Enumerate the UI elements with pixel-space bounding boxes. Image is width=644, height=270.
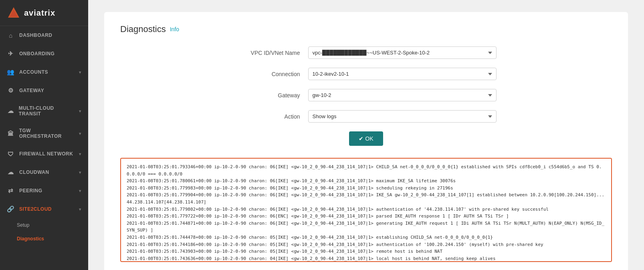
main-content: Diagnostics Info VPC ID/VNet Name vpc-██… [88, 0, 644, 270]
sidebar-item-onboarding[interactable]: ✈ ONBOARDING [0, 44, 88, 63]
sidebar-item-multi-cloud-transit-label: MULTI-CLOUD TRANSIT [19, 105, 74, 117]
log-line: 2021-01-08T03:25:01.779802+00:00 ip-10-2… [127, 206, 606, 213]
sidebar-subitem-setup-label: Setup [17, 222, 29, 228]
page-title: Diagnostics [120, 24, 166, 34]
dashboard-icon: ⌂ [7, 32, 14, 39]
logo-text: aviatrix [24, 8, 55, 18]
firewall-network-icon: 🛡 [7, 150, 14, 157]
gateway-label: Gateway [236, 92, 308, 99]
sidebar-item-tgw-orchestrator[interactable]: 🏛 TGW ORCHESTRATOR ▾ [0, 122, 88, 145]
sidebar-item-site2cloud-label: SITE2CLOUD [19, 206, 52, 212]
onboarding-icon: ✈ [7, 50, 14, 57]
sidebar-item-peering[interactable]: ⇄ PEERING ▾ [0, 181, 88, 200]
accounts-chevron-icon: ▾ [79, 70, 81, 75]
action-label: Action [236, 113, 308, 120]
connection-label: Connection [236, 71, 308, 77]
connection-select[interactable]: 10-2-ikev2-10-1 [308, 68, 497, 80]
log-line: 2021-01-08T03:25:01.743636+00:00 ip-10-2… [127, 255, 606, 262]
site2cloud-chevron-icon: ▾ [79, 207, 81, 212]
log-line: 2021-01-08T03:25:01.780061+00:00 ip-10-2… [127, 177, 606, 185]
cloudwan-chevron-icon: ▾ [79, 170, 81, 175]
vpc-label: VPC ID/VNet Name [236, 50, 308, 56]
accounts-icon: 👥 [7, 69, 14, 76]
gateway-select[interactable]: gw-10-2 [308, 89, 497, 101]
sidebar-item-tgw-orchestrator-label: TGW ORCHESTRATOR [19, 128, 74, 139]
sidebar-item-gateway[interactable]: ⚙ GATEWAY [0, 81, 88, 100]
sidebar-item-multi-cloud-transit[interactable]: ☁ MULTI-CLOUD TRANSIT ▾ [0, 100, 88, 122]
site2cloud-icon: 🔗 [7, 206, 14, 213]
multi-cloud-transit-chevron-icon: ▾ [79, 109, 81, 113]
sidebar: aviatrix ⌂ DASHBOARD ✈ ONBOARDING 👥 ACCO… [0, 0, 88, 270]
sidebar-subitem-diagnostics-label: Diagnostics [17, 236, 44, 242]
log-output[interactable]: 2021-01-08T03:25:01.793346+00:00 ip-10-2… [120, 158, 612, 262]
sidebar-item-gateway-label: GATEWAY [19, 88, 44, 93]
info-link[interactable]: Info [170, 26, 179, 32]
log-line: 2021-01-08T03:25:01.744478+00:00 ip-10-2… [127, 234, 606, 241]
log-line: 2021-01-08T03:25:01.793346+00:00 ip-10-2… [127, 163, 606, 177]
vpc-select[interactable]: vpc-████████████~~US-WEST-2-Spoke-10-2 [308, 46, 497, 59]
sidebar-item-firewall-network[interactable]: 🛡 FIREWALL NETWORK ▾ [0, 145, 88, 163]
log-line: 2021-01-08T03:25:01.779722+00:00 ip-10-2… [127, 213, 606, 220]
action-select[interactable]: Show logs Show routes Ping Traceroute [308, 110, 497, 123]
sidebar-item-peering-label: PEERING [19, 188, 42, 193]
form-section: VPC ID/VNet Name vpc-████████████~~US-WE… [236, 46, 497, 123]
sidebar-item-accounts[interactable]: 👥 ACCOUNTS ▾ [0, 63, 88, 81]
sidebar-item-dashboard-label: DASHBOARD [19, 32, 52, 38]
peering-chevron-icon: ▾ [79, 189, 81, 193]
sidebar-item-firewall-network-label: FIREWALL NETWORK [19, 151, 73, 157]
tgw-orchestrator-chevron-icon: ▾ [79, 131, 81, 136]
page-header: Diagnostics Info [120, 24, 612, 34]
sidebar-item-onboarding-label: ONBOARDING [19, 51, 55, 56]
connection-row: Connection 10-2-ikev2-10-1 [236, 68, 497, 80]
ok-button-row: ✔ OK [120, 131, 612, 146]
multi-cloud-transit-icon: ☁ [7, 107, 14, 115]
log-line: 2021-01-08T03:25:01.744186+00:00 ip-10-2… [127, 241, 606, 248]
sidebar-item-accounts-label: ACCOUNTS [19, 69, 48, 75]
sidebar-item-cloudwan-label: CLOUDWAN [19, 169, 49, 175]
aviatrix-logo-icon [7, 6, 20, 19]
sidebar-item-site2cloud[interactable]: 🔗 SITE2CLOUD ▾ [0, 200, 88, 218]
firewall-network-chevron-icon: ▾ [79, 152, 81, 156]
log-line: 2021-01-08T03:25:01.779904+00:00 ip-10-2… [127, 191, 606, 206]
log-line: 2021-01-08T03:25:01.743903+00:00 ip-10-2… [127, 248, 606, 255]
page-card: Diagnostics Info VPC ID/VNet Name vpc-██… [104, 12, 628, 270]
sidebar-item-dashboard[interactable]: ⌂ DASHBOARD [0, 26, 88, 44]
log-line: 2021-01-08T03:25:01.779983+00:00 ip-10-2… [127, 185, 606, 192]
sidebar-subitem-setup[interactable]: Setup [0, 218, 88, 232]
peering-icon: ⇄ [7, 187, 14, 194]
ok-button[interactable]: ✔ OK [349, 131, 383, 146]
sidebar-subitem-diagnostics[interactable]: Diagnostics [0, 232, 88, 246]
vpc-row: VPC ID/VNet Name vpc-████████████~~US-WE… [236, 46, 497, 59]
action-row: Action Show logs Show routes Ping Tracer… [236, 110, 497, 123]
tgw-orchestrator-icon: 🏛 [7, 130, 14, 137]
cloudwan-icon: ☁ [7, 169, 14, 176]
sidebar-item-cloudwan[interactable]: ☁ CLOUDWAN ▾ [0, 163, 88, 181]
gateway-row: Gateway gw-10-2 [236, 89, 497, 101]
logo: aviatrix [0, 0, 88, 26]
gateway-icon: ⚙ [7, 87, 14, 94]
log-line: 2021-01-08T03:25:01.744871+00:00 ip-10-2… [127, 220, 606, 234]
